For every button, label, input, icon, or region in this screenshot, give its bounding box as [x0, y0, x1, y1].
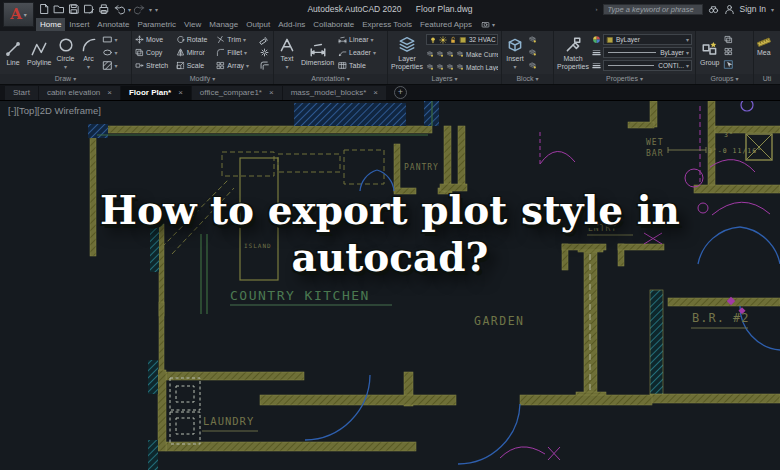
undo-icon[interactable] — [113, 3, 125, 15]
qat-customize-icon[interactable]: ▾ — [155, 6, 158, 13]
erase-icon[interactable] — [259, 34, 270, 45]
tab-add-ins[interactable]: Add-ins — [274, 18, 309, 31]
panel-label-block[interactable]: Block▾ — [502, 74, 553, 84]
insert-button[interactable]: Insert ▾ — [505, 33, 525, 72]
tab-express-tools[interactable]: Express Tools — [358, 18, 416, 31]
layer-tools-row2: Match Layer — [426, 63, 498, 71]
layer-cube-icon[interactable] — [446, 50, 454, 58]
close-icon[interactable]: × — [269, 86, 274, 100]
plot-icon[interactable] — [98, 3, 110, 15]
tab-output[interactable]: Output — [242, 18, 274, 31]
layer-cube-icon[interactable] — [426, 50, 434, 58]
undo-dropdown-icon[interactable]: ▾ — [128, 6, 131, 13]
panel-label-annotation[interactable]: Annotation▾ — [274, 74, 387, 84]
drawing-canvas[interactable]: [-][Top][2D Wireframe] — [0, 100, 780, 470]
edit-block-icon[interactable] — [528, 48, 537, 57]
layer-cube-icon[interactable] — [426, 63, 434, 71]
tab-view[interactable]: View — [180, 18, 205, 31]
viewport-controls[interactable]: [-][Top][2D Wireframe] — [8, 105, 101, 116]
sign-in-button[interactable]: Sign In — [740, 4, 766, 14]
measure-icon[interactable] — [757, 35, 771, 49]
line-button[interactable]: Line — [3, 33, 23, 72]
redo-icon[interactable] — [134, 3, 146, 15]
file-tab-mass-model-blocks[interactable]: mass_model_blocks* × — [283, 86, 386, 100]
search-binoculars-icon[interactable] — [708, 4, 719, 15]
object-color-select[interactable]: ByLayer ▾ — [603, 34, 692, 45]
fillet-button[interactable]: Fillet▾ — [216, 46, 256, 59]
lineweight-select[interactable]: ByLayer ▾ — [603, 47, 692, 58]
layer-select[interactable]: 32 HVAC ▾ — [426, 34, 498, 45]
layer-properties-button[interactable]: LayerProperties — [391, 33, 423, 72]
help-search-input[interactable] — [603, 4, 703, 15]
user-icon[interactable] — [724, 4, 735, 15]
save-as-icon[interactable] — [83, 3, 95, 15]
file-tab-start[interactable]: Start — [5, 86, 38, 100]
tab-manage[interactable]: Manage — [205, 18, 242, 31]
match-layer-button[interactable]: Match Layer — [456, 63, 498, 71]
tab-home[interactable]: Home — [36, 18, 65, 31]
mirror-button[interactable]: Mirror — [176, 46, 216, 59]
create-block-icon[interactable] — [528, 35, 537, 44]
tab-annotate[interactable]: Annotate — [93, 18, 133, 31]
linear-button[interactable]: Linear▾ — [338, 35, 373, 44]
close-icon[interactable]: × — [373, 86, 378, 100]
tab-insert[interactable]: Insert — [65, 18, 93, 31]
leader-button[interactable]: Leader▾ — [338, 48, 376, 57]
group-selection-icon[interactable] — [723, 59, 734, 70]
panel-label-utilities[interactable]: Uti — [754, 74, 780, 84]
signin-dropdown-icon[interactable]: ▾ — [771, 6, 774, 13]
ellipse-icon[interactable] — [102, 47, 113, 58]
tab-parametric[interactable]: Parametric — [133, 18, 180, 31]
table-button[interactable]: Table — [338, 61, 366, 70]
linetype-select[interactable]: CONTI... ▾ — [603, 60, 692, 71]
move-button[interactable]: Move — [135, 33, 175, 46]
panel-label-modify[interactable]: Modify▾ — [132, 74, 273, 84]
stretch-button[interactable]: Stretch — [135, 59, 175, 72]
file-tab-cabin-elevation[interactable]: cabin elevation × — [39, 86, 120, 100]
close-icon[interactable]: × — [107, 86, 112, 100]
new-drawing-tab-button[interactable]: + — [394, 86, 407, 99]
media-tab[interactable]: ▾ — [476, 18, 500, 31]
layer-cube-icon[interactable] — [436, 63, 444, 71]
dimension-button[interactable]: Dimension — [300, 33, 335, 72]
scale-button[interactable]: Scale — [176, 59, 216, 72]
group-edit-icon[interactable] — [724, 47, 733, 56]
save-icon[interactable] — [68, 3, 80, 15]
open-folder-icon[interactable] — [53, 3, 65, 15]
block-attributes-icon[interactable] — [528, 61, 537, 70]
layer-color-swatch — [459, 36, 467, 44]
room-label-pantry: PANTRY — [404, 163, 439, 172]
group-button[interactable]: Group — [699, 33, 720, 72]
circle-button[interactable]: Circle ▾ — [56, 33, 76, 72]
panel-label-properties[interactable]: Properties▾ — [554, 74, 695, 84]
explode-icon[interactable] — [259, 47, 270, 58]
chevron-down-icon: ▾ — [64, 63, 67, 70]
offset-icon[interactable] — [259, 60, 270, 71]
ungroup-icon[interactable] — [724, 35, 733, 44]
panel-label-draw[interactable]: Draw▾ — [0, 74, 131, 84]
new-file-icon[interactable] — [38, 3, 50, 15]
match-properties-button[interactable]: MatchProperties — [557, 33, 589, 72]
close-icon[interactable]: × — [178, 86, 183, 100]
arc-button[interactable]: Arc ▾ — [79, 33, 99, 72]
copy-button[interactable]: Copy — [135, 46, 175, 59]
file-tab-office-compare[interactable]: office_compare1* × — [192, 86, 282, 100]
file-tab-floor-plan[interactable]: Floor Plan* × — [121, 86, 191, 100]
array-button[interactable]: Array▾ — [216, 59, 256, 72]
panel-label-layers[interactable]: Layers▾ — [388, 74, 501, 84]
measure-button[interactable]: Mea — [757, 49, 771, 56]
tab-collaborate[interactable]: Collaborate — [309, 18, 358, 31]
polyline-button[interactable]: Polyline — [26, 33, 53, 72]
trim-button[interactable]: Trim▾ — [216, 33, 256, 46]
redo-dropdown-icon[interactable]: ▾ — [149, 6, 152, 13]
layer-cube-icon[interactable] — [446, 63, 454, 71]
layer-cube-icon[interactable] — [436, 50, 444, 58]
rotate-button[interactable]: Rotate — [176, 33, 216, 46]
panel-label-groups[interactable]: Groups▾ — [696, 74, 753, 84]
make-current-button[interactable]: Make Current — [456, 50, 498, 58]
text-button[interactable]: Text ▾ — [277, 33, 297, 72]
rectangle-icon[interactable] — [102, 34, 113, 45]
application-menu-button[interactable]: A ▾ — [3, 2, 34, 27]
tab-featured-apps[interactable]: Featured Apps — [416, 18, 476, 31]
hatch-icon[interactable] — [102, 60, 113, 71]
